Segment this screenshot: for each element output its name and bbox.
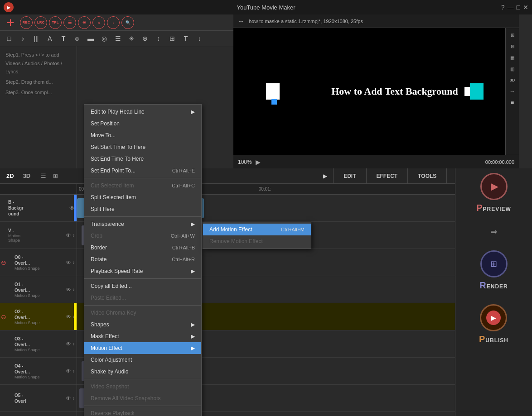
- menu-color-adjustment[interactable]: Color Adjustment: [84, 354, 201, 366]
- menu-mask-effect[interactable]: Mask Effect ▶: [84, 330, 201, 342]
- bar-btn[interactable]: ▬: [85, 33, 96, 44]
- track-o2-eye[interactable]: 👁: [66, 314, 71, 320]
- export-button[interactable]: ↓: [107, 16, 120, 29]
- menu-motion-effect[interactable]: Motion Effect ▶: [84, 342, 201, 354]
- down-btn[interactable]: ↓: [194, 33, 205, 44]
- menu-sep-4: [84, 305, 201, 306]
- track-o4-audio[interactable]: ♪: [73, 368, 75, 373]
- grid2-btn[interactable]: ⊞: [167, 33, 178, 44]
- menu-video-snapshot[interactable]: Video Snapshot: [84, 381, 201, 392]
- add-button[interactable]: +: [3, 15, 18, 30]
- menu-chroma-key[interactable]: Video Chroma Key: [84, 307, 201, 319]
- audio-tb-btn[interactable]: ♪: [17, 33, 28, 44]
- menu-remove-snapshots[interactable]: Remove All Video Snapshots: [84, 392, 201, 404]
- timeline-btn[interactable]: |||: [31, 33, 42, 44]
- text-style-btn[interactable]: Α: [44, 33, 55, 44]
- menu-rotate-label: Rotate: [91, 256, 106, 263]
- track-o0-audio[interactable]: ♪: [73, 260, 75, 265]
- track-o3-audio[interactable]: ♪: [73, 341, 75, 346]
- menu-shake-audio[interactable]: Shake by Audio: [84, 366, 201, 378]
- menu-border[interactable]: Border Ctrl+Alt+B: [84, 242, 201, 253]
- track-v-audio[interactable]: ♪: [73, 233, 75, 238]
- track-o1-audio[interactable]: ♪: [73, 287, 75, 292]
- nav-list-icon[interactable]: ☰: [39, 171, 48, 181]
- rec-button[interactable]: REC: [20, 16, 33, 29]
- track-o3-eye[interactable]: 👁: [66, 341, 71, 347]
- tpl-button[interactable]: TPL: [49, 16, 62, 29]
- tab-edit[interactable]: EDIT: [333, 168, 366, 183]
- text-btn[interactable]: T: [58, 33, 69, 44]
- plus-btn[interactable]: ⊕: [140, 33, 150, 44]
- close-btn[interactable]: ✕: [523, 4, 528, 11]
- submenu-add-motion[interactable]: Add Motion Effect Ctrl+Alt+M: [203, 224, 311, 235]
- search-button[interactable]: 🔍: [121, 16, 134, 29]
- list-button[interactable]: ☰: [63, 16, 76, 29]
- track-o5-audio[interactable]: ♪: [73, 396, 75, 401]
- menu-shapes[interactable]: Shapes ▶: [84, 319, 201, 330]
- nav-grid-icon[interactable]: ⊞: [50, 171, 60, 181]
- track-o0-eye[interactable]: 👁: [66, 259, 71, 266]
- menu-paste-edited-label: Paste Edited...: [91, 295, 126, 301]
- tool-square[interactable]: ■: [508, 98, 517, 108]
- play-button[interactable]: ▶: [317, 168, 333, 183]
- arrow-left-icon[interactable]: ↔: [238, 18, 244, 25]
- menu-edit-to-play[interactable]: Edit to Play Head Line ▶: [84, 106, 201, 118]
- tool-grid3[interactable]: ▦: [508, 53, 517, 62]
- track-o5-eye[interactable]: 👁: [66, 395, 71, 402]
- shape-btn[interactable]: ◎: [99, 33, 110, 44]
- menu-playback-speed[interactable]: Playback Speed Rate ▶: [84, 265, 201, 277]
- updown-btn[interactable]: ↕: [153, 33, 164, 44]
- track-o0-minus[interactable]: ⊖: [1, 259, 6, 266]
- menu-transparence[interactable]: Transparence ▶: [84, 218, 201, 230]
- render-action-btn[interactable]: ⊞ RENDER: [479, 250, 508, 291]
- grid-btn[interactable]: ☰: [112, 33, 123, 44]
- track-o1: O1 -Overl... Motion Shape 👁 ♪: [0, 276, 77, 303]
- help-btn[interactable]: ?: [501, 4, 505, 11]
- track-o2-minus[interactable]: ⊖: [1, 313, 6, 320]
- maximize-btn[interactable]: □: [517, 4, 520, 11]
- window-controls[interactable]: ? — □ ✕: [501, 4, 528, 11]
- track-o4-eye[interactable]: 👁: [66, 368, 71, 374]
- new-btn[interactable]: □: [4, 33, 15, 44]
- menu-cut-label: Cut Selected Item: [91, 182, 134, 189]
- menu-cut[interactable]: Cut Selected Item Ctrl+Alt+C: [84, 180, 201, 191]
- submenu-remove-motion[interactable]: Remove Motion Effect: [203, 235, 311, 247]
- title-bar: ▶ YouTube Movie Maker ? — □ ✕: [0, 0, 532, 14]
- menu-crop[interactable]: Crop Ctrl+Alt+W: [84, 230, 201, 242]
- effects-button[interactable]: ✳: [78, 16, 91, 29]
- menu-split-selected[interactable]: Split Selected Item: [84, 191, 201, 203]
- btn-2d[interactable]: 2D: [2, 171, 19, 181]
- publish-action-btn[interactable]: ▶ PUBLISH: [479, 304, 508, 344]
- menu-set-end-label: Set End Time To Here: [91, 156, 144, 162]
- tab-effect[interactable]: EFFECT: [366, 168, 408, 183]
- menu-sep-1: [84, 178, 201, 178]
- audio-button[interactable]: ♬: [92, 16, 105, 29]
- tracks-left: B -Background 👁 V - MotionShape 👁 ♪ ⊖ O0…: [0, 184, 77, 416]
- btn-3d[interactable]: 3D: [19, 171, 35, 181]
- menu-copy-edited[interactable]: Copy all Edited...: [84, 280, 201, 292]
- star-btn[interactable]: ✳: [126, 33, 137, 44]
- emoji-btn[interactable]: ☺: [72, 33, 82, 44]
- tool-grid4[interactable]: ▥: [508, 64, 517, 74]
- minimize-btn[interactable]: —: [508, 4, 514, 11]
- tab-tools[interactable]: TOOLS: [407, 168, 446, 183]
- menu-rotate[interactable]: Rotate Ctrl+Alt+R: [84, 253, 201, 265]
- track-v-eye[interactable]: 👁: [66, 232, 71, 239]
- menu-set-end-point[interactable]: Set End Point To... Ctrl+Alt+E: [84, 165, 201, 177]
- menu-set-position[interactable]: Set Position: [84, 118, 201, 129]
- menu-paste-edited[interactable]: Paste Edited...: [84, 292, 201, 304]
- text2-btn[interactable]: T: [180, 33, 191, 44]
- menu-move-to[interactable]: Move To...: [84, 129, 201, 141]
- menu-reverse-playback[interactable]: Reverse Playback: [84, 407, 201, 416]
- tool-grid2[interactable]: ⊟: [508, 41, 517, 51]
- lrc-button[interactable]: LRC: [34, 16, 47, 29]
- tool-grid[interactable]: ⊞: [508, 30, 517, 40]
- play-icon[interactable]: ▶: [256, 158, 261, 166]
- menu-set-start[interactable]: Set Start Time To Here: [84, 141, 201, 153]
- tool-arrow[interactable]: →: [508, 86, 517, 96]
- preview-action-btn[interactable]: ▶ PPREVIEW: [476, 173, 511, 213]
- menu-set-end[interactable]: Set End Time To Here: [84, 153, 201, 165]
- track-o1-eye[interactable]: 👁: [66, 287, 71, 293]
- tool-3d[interactable]: 3D: [508, 75, 517, 85]
- menu-split-here[interactable]: Split Here: [84, 203, 201, 215]
